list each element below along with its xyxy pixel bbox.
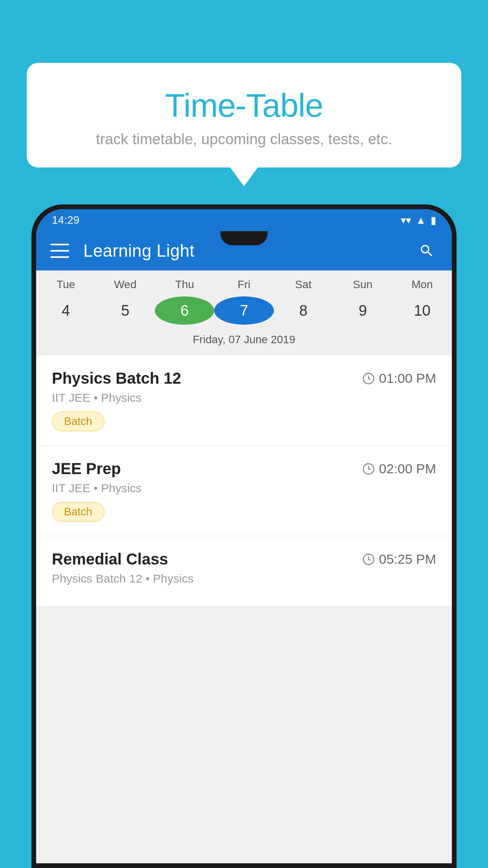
battery-icon: ▮ bbox=[431, 214, 436, 226]
phone-inner: 14:29 ▾▾ ▲ ▮ Learning Light bbox=[36, 209, 452, 863]
weekday-tue[interactable]: Tue bbox=[36, 278, 95, 291]
schedule-item-2-subtitle: IIT JEE • Physics bbox=[52, 482, 436, 495]
weekday-thu[interactable]: Thu bbox=[155, 278, 214, 291]
schedule-item-1-header: Physics Batch 12 01:00 PM bbox=[52, 370, 436, 387]
date-5: 5 bbox=[95, 296, 155, 325]
schedule-item-3-header: Remedial Class 05:25 PM bbox=[52, 550, 436, 568]
weekday-sat[interactable]: Sat bbox=[274, 278, 333, 291]
schedule-item-1-subtitle: IIT JEE • Physics bbox=[52, 391, 436, 405]
calendar-section: Tue Wed Thu Fri Sat Sun Mon 4 5 bbox=[36, 270, 452, 355]
schedule-item-1[interactable]: Physics Batch 12 01:00 PM IIT JEE • Phys… bbox=[36, 355, 452, 446]
bubble-title: Time-Table bbox=[46, 86, 442, 125]
phone-notch bbox=[220, 231, 268, 245]
speech-bubble-container: Time-Table track timetable, upcoming cla… bbox=[27, 63, 461, 167]
schedule-item-3[interactable]: Remedial Class 05:25 PM Physics Batch 12… bbox=[36, 536, 452, 607]
selected-date-label: Friday, 07 June 2019 bbox=[36, 329, 452, 351]
status-time: 14:29 bbox=[52, 214, 79, 226]
date-9: 9 bbox=[333, 296, 393, 325]
date-4-wrapper[interactable]: 4 bbox=[36, 296, 95, 325]
bubble-subtitle: track timetable, upcoming classes, tests… bbox=[46, 131, 442, 148]
date-7-wrapper[interactable]: 7 bbox=[214, 296, 273, 325]
wifi-icon: ▾▾ bbox=[401, 214, 411, 226]
schedule-item-2-time: 02:00 PM bbox=[362, 461, 436, 476]
date-10-wrapper[interactable]: 10 bbox=[393, 296, 452, 325]
phone-outer: 14:29 ▾▾ ▲ ▮ Learning Light bbox=[31, 204, 457, 868]
date-7-selected: 7 bbox=[214, 296, 273, 325]
date-5-wrapper[interactable]: 5 bbox=[95, 296, 155, 325]
weekday-wed[interactable]: Wed bbox=[95, 278, 155, 291]
weekdays-row: Tue Wed Thu Fri Sat Sun Mon bbox=[36, 270, 452, 293]
schedule-item-3-subtitle: Physics Batch 12 • Physics bbox=[52, 572, 436, 585]
weekday-fri[interactable]: Fri bbox=[214, 278, 273, 291]
date-8-wrapper[interactable]: 8 bbox=[274, 296, 333, 325]
date-6-wrapper[interactable]: 6 bbox=[155, 296, 214, 325]
status-bar: 14:29 ▾▾ ▲ ▮ bbox=[36, 209, 452, 231]
signal-icon: ▲ bbox=[416, 214, 426, 226]
date-8: 8 bbox=[274, 296, 333, 325]
schedule-item-2[interactable]: JEE Prep 02:00 PM IIT JEE • Physics Batc… bbox=[36, 446, 452, 536]
schedule-list: Physics Batch 12 01:00 PM IIT JEE • Phys… bbox=[36, 355, 452, 607]
schedule-item-3-time: 05:25 PM bbox=[362, 552, 436, 567]
schedule-item-1-time: 01:00 PM bbox=[362, 371, 436, 386]
status-icons: ▾▾ ▲ ▮ bbox=[401, 214, 436, 226]
weekday-sun[interactable]: Sun bbox=[333, 278, 393, 291]
phone-wrapper: 14:29 ▾▾ ▲ ▮ Learning Light bbox=[31, 204, 457, 868]
date-10: 10 bbox=[393, 296, 452, 325]
weekday-mon[interactable]: Mon bbox=[393, 278, 452, 291]
date-9-wrapper[interactable]: 9 bbox=[333, 296, 393, 325]
schedule-item-2-header: JEE Prep 02:00 PM bbox=[52, 460, 436, 478]
schedule-item-1-badge: Batch bbox=[52, 412, 105, 431]
hamburger-icon[interactable] bbox=[50, 244, 69, 258]
date-6-today: 6 bbox=[155, 296, 214, 325]
date-4: 4 bbox=[36, 296, 95, 325]
schedule-item-2-title: JEE Prep bbox=[52, 460, 121, 478]
schedule-item-1-title: Physics Batch 12 bbox=[52, 370, 181, 387]
schedule-item-3-title: Remedial Class bbox=[52, 550, 168, 568]
search-button[interactable] bbox=[416, 240, 438, 262]
dates-row: 4 5 6 7 8 9 bbox=[36, 293, 452, 329]
speech-bubble: Time-Table track timetable, upcoming cla… bbox=[27, 63, 461, 167]
schedule-item-2-badge: Batch bbox=[52, 502, 105, 522]
